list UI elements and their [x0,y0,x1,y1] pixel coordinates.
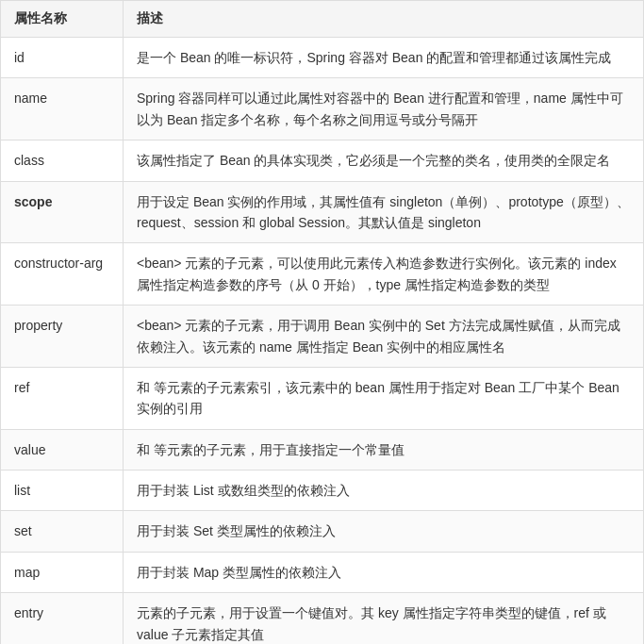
prop-name-cell: set [1,511,124,552]
prop-name-cell: name [1,78,124,140]
prop-desc-cell: 是一个 Bean 的唯一标识符，Spring 容器对 Bean 的配置和管理都通… [124,38,644,78]
prop-desc-cell: <bean> 元素的子元素，用于调用 Bean 实例中的 Set 方法完成属性赋… [124,305,644,368]
table-row: entry元素的子元素，用于设置一个键值对。其 key 属性指定字符串类型的键值… [1,593,644,644]
prop-name-cell: map [1,552,124,592]
table-row: id是一个 Bean 的唯一标识符，Spring 容器对 Bean 的配置和管理… [1,38,644,78]
prop-name-cell: id [1,38,124,78]
prop-name-cell: class [1,140,124,181]
table-row: set用于封装 Set 类型属性的依赖注入 [1,511,644,552]
prop-desc-cell: <bean> 元素的子元素，可以使用此元素传入构造参数进行实例化。该元素的 in… [124,243,644,305]
prop-desc-cell: 用于封装 Map 类型属性的依赖注入 [124,552,644,592]
prop-desc-cell: Spring 容器同样可以通过此属性对容器中的 Bean 进行配置和管理，nam… [124,78,644,140]
table-row: nameSpring 容器同样可以通过此属性对容器中的 Bean 进行配置和管理… [1,78,644,140]
table-row: scope用于设定 Bean 实例的作用域，其属性值有 singleton（单例… [1,181,644,243]
table-row: property<bean> 元素的子元素，用于调用 Bean 实例中的 Set… [1,305,644,368]
prop-name-cell: entry [1,593,124,644]
col-header-name: 属性名称 [1,1,124,38]
table-row: map用于封装 Map 类型属性的依赖注入 [1,552,644,592]
prop-name-cell: value [1,429,124,470]
prop-name-cell: ref [1,367,124,429]
main-container: 属性名称 描述 id是一个 Bean 的唯一标识符，Spring 容器对 Bea… [0,0,644,644]
prop-desc-cell: 用于封装 List 或数组类型的依赖注入 [124,471,644,511]
table-row: constructor-arg<bean> 元素的子元素，可以使用此元素传入构造… [1,243,644,305]
prop-desc-cell: 用于设定 Bean 实例的作用域，其属性值有 singleton（单例）、pro… [124,181,644,243]
table-row: list用于封装 List 或数组类型的依赖注入 [1,471,644,511]
table-row: ref和 等元素的子元素索引，该元素中的 bean 属性用于指定对 Bean 工… [1,367,644,429]
prop-desc-cell: 和 等元素的子元素，用于直接指定一个常量值 [124,429,644,470]
prop-name-cell: list [1,471,124,511]
prop-desc-cell: 该属性指定了 Bean 的具体实现类，它必须是一个完整的类名，使用类的全限定名 [124,140,644,181]
prop-name-cell: scope [1,181,124,243]
table-row: class该属性指定了 Bean 的具体实现类，它必须是一个完整的类名，使用类的… [1,140,644,181]
table-header-row: 属性名称 描述 [1,1,644,38]
table-row: value和 等元素的子元素，用于直接指定一个常量值 [1,429,644,470]
properties-table: 属性名称 描述 id是一个 Bean 的唯一标识符，Spring 容器对 Bea… [0,0,644,644]
prop-desc-cell: 元素的子元素，用于设置一个键值对。其 key 属性指定字符串类型的键值，ref … [124,593,644,644]
prop-desc-cell: 用于封装 Set 类型属性的依赖注入 [124,511,644,552]
prop-desc-cell: 和 等元素的子元素索引，该元素中的 bean 属性用于指定对 Bean 工厂中某… [124,367,644,429]
col-header-desc: 描述 [124,1,644,38]
prop-name-cell: constructor-arg [1,243,124,305]
prop-name-cell: property [1,305,124,368]
